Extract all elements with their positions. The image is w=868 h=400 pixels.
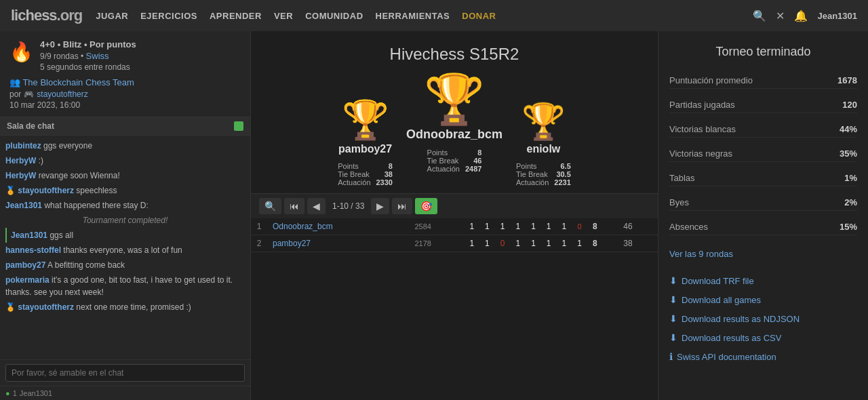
chat-input[interactable]	[5, 364, 245, 382]
search-icon[interactable]: 🔍	[753, 9, 766, 22]
username[interactable]: hannes-stoffel	[5, 245, 61, 255]
msg-text: A befitting come back	[47, 260, 125, 270]
stat-value: 2%	[844, 197, 857, 207]
stat-value: 1678	[837, 75, 857, 85]
nav-jugar[interactable]: JUGAR	[96, 11, 128, 21]
username[interactable]: stayoutoftherz	[18, 186, 74, 195]
prev-page-button[interactable]: ◀	[307, 198, 326, 214]
next-page-button[interactable]: ▶	[371, 198, 389, 214]
download-icon: ⬇	[669, 294, 677, 305]
tournament-info: 🔥 4+0 • Blitz • Por puntos 9/9 rondas • …	[0, 31, 250, 117]
nav-aprender[interactable]: APRENDER	[210, 11, 262, 21]
view-rounds-link[interactable]: Ver las 9 rondas	[669, 249, 857, 259]
username[interactable]: Jean1301	[5, 201, 42, 210]
username[interactable]: HerbyW	[5, 171, 36, 180]
podium-player-3[interactable]: eniolw	[527, 143, 561, 155]
chat-messages: plubintez ggs everyone HerbyW :) HerbyW …	[0, 136, 250, 359]
score-cell: 1	[557, 218, 572, 235]
list-item: plubintez ggs everyone	[5, 138, 245, 153]
score-cell: 1	[572, 235, 587, 252]
score-cell: 0	[572, 218, 587, 235]
nav-donar[interactable]: DONAR	[462, 11, 496, 21]
bell-icon[interactable]: 🔔	[794, 9, 808, 22]
search-button[interactable]: 🔍	[259, 198, 281, 214]
info-icon: ℹ	[669, 351, 673, 362]
rating-cell: 2178	[409, 235, 464, 252]
download-games-link[interactable]: ⬇ Download all games	[669, 293, 857, 306]
msg-text: ggs everyone	[43, 141, 92, 151]
stat-line: Partidas jugadas 120	[669, 97, 857, 113]
bronze-trophy-icon: 🏆	[521, 104, 566, 139]
username[interactable]: HerbyW	[5, 156, 36, 165]
msg-text: speechless	[76, 186, 117, 195]
first-page-button[interactable]: ⏮	[284, 198, 304, 214]
download-csv-link[interactable]: ⬇ Download results as CSV	[669, 331, 857, 344]
podium-2nd: 🏆 pamboy27 Points8 Tie Break38 Actuación…	[338, 101, 393, 186]
stat-value: 35%	[840, 148, 857, 159]
logo[interactable]: lichess.org	[11, 7, 82, 24]
player-name-cell[interactable]: Odnoobraz_bcm	[267, 218, 409, 235]
chat-title: Sala de chat	[7, 121, 54, 131]
close-icon[interactable]: ✕	[776, 9, 785, 22]
nav-ver[interactable]: VER	[274, 11, 293, 21]
team-link[interactable]: The Blockchain Chess Team	[22, 77, 134, 87]
online-dot: ●	[5, 389, 10, 397]
username[interactable]: plubintez	[5, 141, 41, 151]
api-doc-link[interactable]: ℹ Swiss API documentation	[669, 350, 857, 363]
username[interactable]: Jean1301	[11, 231, 47, 240]
player-link[interactable]: stayoutoftherz	[37, 89, 87, 99]
player-icon-sm: 🏅	[5, 302, 16, 312]
chat-toggle[interactable]	[234, 121, 243, 131]
score-cell: 1	[541, 235, 557, 252]
rank-cell: 1	[251, 218, 267, 235]
username[interactable]: pamboy27	[5, 260, 45, 270]
user-menu[interactable]: Jean1301	[817, 11, 857, 21]
tournament-date: 10 mar 2023, 16:00	[9, 100, 241, 110]
nav-comunidad[interactable]: COMUNIDAD	[305, 11, 363, 21]
last-page-button[interactable]: ⏭	[392, 198, 412, 214]
nav-herramientas[interactable]: HERRAMIENTAS	[376, 11, 450, 21]
system-message: Tournament completed!	[5, 213, 245, 228]
stat-value: 15%	[840, 222, 857, 232]
nav-right: 🔍 ✕ 🔔 Jean1301	[753, 9, 857, 22]
download-trf-link[interactable]: ⬇ Download TRF file	[669, 274, 857, 287]
score-cell: 1	[479, 218, 495, 235]
stat-value: 120	[842, 100, 857, 110]
score-cell: 1	[557, 235, 572, 252]
list-item: HerbyW revange soon Wienna!	[5, 168, 245, 183]
tiebreak-cell: 38	[618, 235, 658, 252]
download-csv-label: Download results as CSV	[682, 333, 781, 343]
list-item: Jean1301 what happened there stay D:	[5, 198, 245, 213]
tiebreak-cell: 46	[618, 218, 658, 235]
player-name-cell[interactable]: pamboy27	[267, 235, 409, 252]
score-cell: 1	[495, 218, 511, 235]
score-cell: 1	[526, 218, 541, 235]
nav-ejercicios[interactable]: EJERCICIOS	[140, 11, 197, 21]
tournament-title: Hivechess S15R2	[251, 45, 658, 64]
right-sidebar: Torneo terminado Puntuación promedio 167…	[658, 31, 868, 400]
download-ndjson-link[interactable]: ⬇ Download results as NDJSON	[669, 312, 857, 325]
swiss-link[interactable]: Swiss	[86, 51, 109, 61]
podium-player-2[interactable]: pamboy27	[338, 143, 392, 155]
player-icon: 🎮	[24, 89, 34, 99]
podium-player-1[interactable]: Odnoobraz_bcm	[406, 127, 502, 142]
podium: 🏆 pamboy27 Points8 Tie Break38 Actuación…	[251, 75, 658, 186]
view-rounds-label: Ver las 9 rondas	[669, 249, 733, 259]
rank-cell: 2	[251, 235, 267, 252]
msg-text: next one more time, promised :)	[76, 302, 191, 312]
list-item: Jean1301 ggs all	[5, 228, 245, 243]
msg-text: revange soon Wienna!	[39, 171, 120, 180]
page-range: 1-10 / 33	[328, 201, 368, 211]
msg-text: :)	[39, 156, 43, 165]
rating-cell: 2584	[409, 218, 464, 235]
list-item: HerbyW :)	[5, 153, 245, 168]
by-label: por	[9, 89, 21, 99]
stat-value: 1%	[844, 173, 857, 183]
podium-stats-2: Points8 Tie Break38 Actuación2330	[338, 162, 393, 186]
username[interactable]: pokermaria	[5, 275, 50, 285]
active-view-button[interactable]: 🎯	[415, 198, 437, 214]
username[interactable]: stayoutoftherz	[18, 302, 74, 312]
score-cell: 1	[541, 218, 557, 235]
stat-line: Puntuación promedio 1678	[669, 73, 857, 89]
results-table: 1 Odnoobraz_bcm 2584 1 1 1 1 1 1 1	[251, 218, 658, 400]
